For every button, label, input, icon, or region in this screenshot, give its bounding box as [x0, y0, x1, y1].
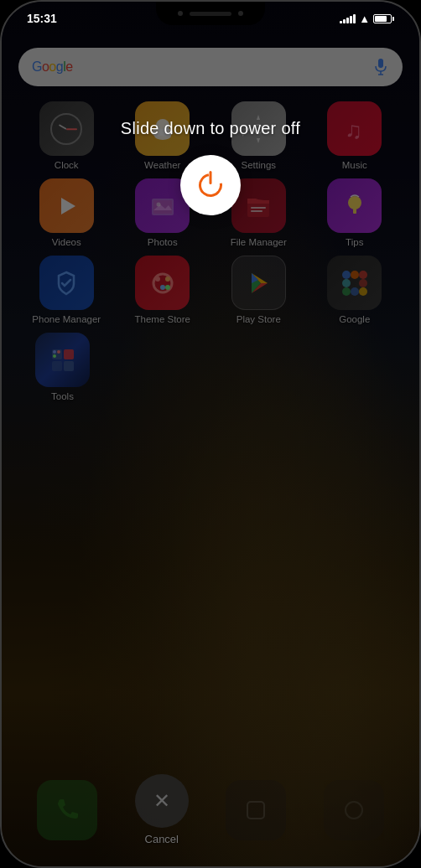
power-dialog: Slide down to power off: [2, 119, 419, 215]
phone-frame: 15:31 ▲: [0, 0, 421, 868]
slide-down-text: Slide down to power off: [121, 119, 300, 138]
notch: [156, 2, 265, 25]
power-button[interactable]: [180, 155, 241, 215]
wifi-icon: ▲: [359, 13, 370, 25]
sensor: [238, 11, 243, 16]
battery-icon: [373, 14, 394, 23]
power-symbol: [196, 171, 225, 199]
earpiece: [190, 12, 231, 16]
phone-screen: 15:31 ▲: [2, 2, 419, 866]
status-icons: ▲: [340, 13, 394, 25]
front-camera: [178, 11, 183, 16]
power-ring: [195, 169, 227, 202]
signal-icon: [340, 13, 356, 23]
status-time: 15:31: [27, 12, 57, 25]
